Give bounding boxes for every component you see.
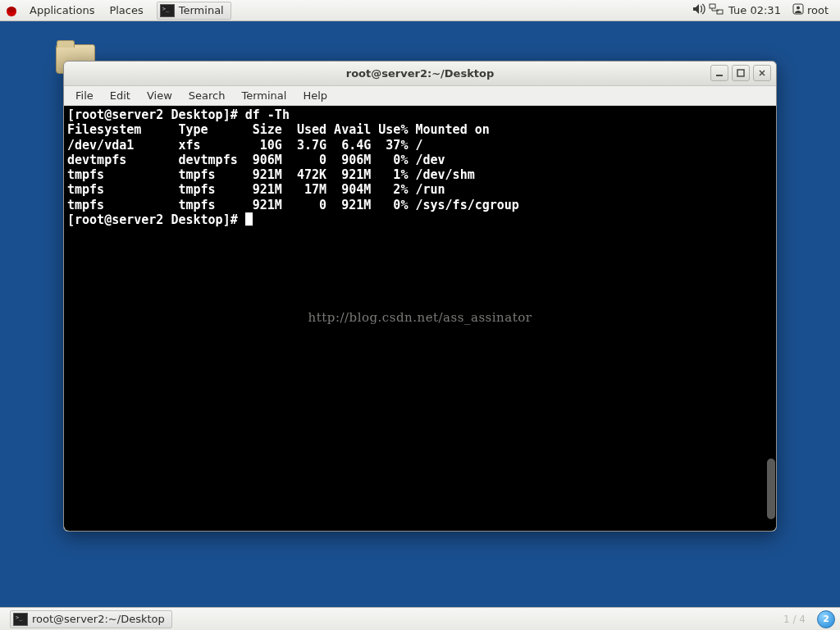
titlebar[interactable]: root@server2:~/Desktop bbox=[64, 62, 776, 86]
volume-icon[interactable] bbox=[689, 1, 704, 20]
menu-view[interactable]: View bbox=[139, 87, 180, 104]
command: df -Th bbox=[245, 107, 290, 122]
menu-file[interactable]: File bbox=[67, 87, 102, 104]
redhat-logo-icon bbox=[5, 4, 18, 17]
scrollbar[interactable] bbox=[766, 106, 776, 531]
svg-rect-6 bbox=[716, 75, 723, 76]
terminal-body[interactable]: [root@server2 Desktop]# df -Th Filesyste… bbox=[64, 106, 776, 531]
top-panel: Applications Places Terminal Tue 02:31 r… bbox=[0, 0, 840, 21]
output-row: tmpfs tmpfs 921M 17M 904M 2% /run bbox=[67, 182, 445, 197]
minimize-button[interactable] bbox=[710, 65, 728, 81]
svg-point-1 bbox=[7, 7, 16, 11]
cursor bbox=[245, 212, 253, 226]
output-header: Filesystem Type Size Used Avail Use% Mou… bbox=[67, 122, 490, 137]
output-row: tmpfs tmpfs 921M 0 921M 0% /sys/fs/cgrou… bbox=[67, 198, 519, 212]
watermark-text: http://blog.csdn.net/ass_assinator bbox=[308, 310, 532, 325]
menu-help[interactable]: Help bbox=[294, 87, 336, 104]
clock[interactable]: Tue 02:31 bbox=[722, 2, 788, 19]
output-row: /dev/vda1 xfs 10G 3.7G 6.4G 37% / bbox=[67, 138, 422, 153]
panel-task-label: Terminal bbox=[179, 4, 224, 16]
taskbar-item-label: root@server2:~/Desktop bbox=[32, 613, 165, 625]
menubar: File Edit View Search Terminal Help bbox=[64, 86, 776, 106]
prompt: [root@server2 Desktop]# bbox=[67, 107, 245, 122]
panel-task-terminal[interactable]: Terminal bbox=[157, 2, 231, 20]
maximize-button[interactable] bbox=[732, 65, 750, 81]
user-menu[interactable]: root bbox=[806, 2, 835, 19]
output-row: devtmpfs devtmpfs 906M 0 906M 0% /dev bbox=[67, 153, 445, 167]
taskbar-item-terminal[interactable]: root@server2:~/Desktop bbox=[10, 610, 172, 628]
terminal-icon bbox=[160, 4, 175, 17]
pager-text: 1 / 4 bbox=[783, 614, 806, 625]
places-menu[interactable]: Places bbox=[103, 2, 149, 19]
workspace-switcher[interactable]: 2 bbox=[817, 610, 835, 628]
output-row: tmpfs tmpfs 921M 472K 921M 1% /dev/shm bbox=[67, 167, 475, 182]
window-title: root@server2:~/Desktop bbox=[346, 67, 494, 80]
menu-terminal[interactable]: Terminal bbox=[233, 87, 294, 104]
bottom-panel: root@server2:~/Desktop 1 / 4 2 bbox=[0, 607, 840, 630]
user-icon bbox=[789, 1, 804, 20]
prompt: [root@server2 Desktop]# bbox=[67, 212, 245, 227]
svg-rect-2 bbox=[710, 4, 715, 8]
menu-edit[interactable]: Edit bbox=[102, 87, 139, 104]
terminal-icon bbox=[13, 613, 28, 626]
svg-rect-7 bbox=[737, 70, 744, 76]
window-controls bbox=[710, 65, 771, 81]
terminal-window: root@server2:~/Desktop File Edit View Se… bbox=[63, 61, 777, 532]
svg-point-5 bbox=[797, 7, 800, 10]
applications-menu[interactable]: Applications bbox=[23, 2, 101, 19]
network-icon[interactable] bbox=[705, 1, 720, 20]
close-button[interactable] bbox=[753, 65, 771, 81]
scrollbar-thumb[interactable] bbox=[767, 459, 775, 519]
menu-search[interactable]: Search bbox=[180, 87, 234, 104]
